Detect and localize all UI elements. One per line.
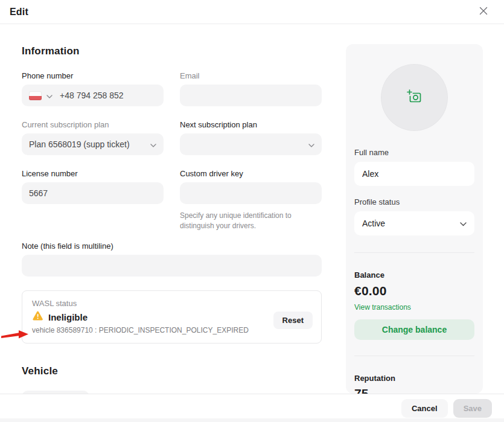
save-button[interactable]: Save bbox=[453, 399, 492, 418]
reputation-value: 75 bbox=[354, 386, 474, 394]
next-plan-select[interactable] bbox=[180, 133, 322, 155]
profile-status-field-group: Profile status Active bbox=[354, 197, 474, 235]
email-label: Email bbox=[180, 71, 322, 80]
profile-status-select[interactable]: Active bbox=[354, 211, 474, 235]
cancel-button[interactable]: Cancel bbox=[401, 399, 448, 418]
note-textarea[interactable] bbox=[22, 255, 322, 277]
license-label: License number bbox=[22, 169, 164, 178]
current-plan-field-group: Current subscription plan Plan 6568019 (… bbox=[22, 120, 164, 155]
note-label: Note (this field is multiline) bbox=[22, 241, 322, 251]
next-plan-label: Next subscription plan bbox=[180, 120, 322, 129]
email-field-group: Email bbox=[180, 71, 322, 106]
profile-status-value: Active bbox=[362, 219, 385, 228]
panel-divider bbox=[354, 356, 474, 356]
license-field-group: License number bbox=[22, 169, 164, 232]
chevron-down-icon bbox=[308, 139, 314, 149]
view-transactions-link[interactable]: View transactions bbox=[354, 303, 411, 312]
phone-value: +48 794 258 852 bbox=[60, 91, 124, 100]
balance-amount: €0.00 bbox=[354, 284, 474, 298]
phone-input[interactable]: +48 794 258 852 bbox=[22, 85, 164, 106]
current-plan-value: Plan 6568019 (supp ticket) bbox=[29, 139, 130, 149]
driver-key-hint: Specify any unique identification to dis… bbox=[180, 211, 322, 232]
driver-key-label: Custom driver key bbox=[180, 169, 322, 178]
next-plan-field-group: Next subscription plan bbox=[180, 120, 322, 155]
warning-icon bbox=[32, 311, 43, 324]
note-field-group: Note (this field is multiline) bbox=[22, 241, 322, 277]
phone-field-group: Phone number +48 794 258 852 bbox=[22, 71, 164, 106]
modal-title: Edit bbox=[10, 7, 28, 18]
bottom-edge-strip bbox=[0, 418, 504, 422]
phone-label: Phone number bbox=[22, 71, 164, 80]
change-balance-button[interactable]: Change balance bbox=[354, 319, 474, 340]
full-name-field-group: Full name bbox=[354, 148, 474, 186]
avatar-upload[interactable] bbox=[381, 64, 448, 131]
close-icon bbox=[479, 7, 488, 17]
wasl-status-card: WASL status Ineligible vehicle 836589710… bbox=[22, 290, 322, 344]
license-input[interactable] bbox=[22, 182, 164, 204]
full-name-input[interactable] bbox=[354, 162, 474, 186]
chevron-down-icon[interactable] bbox=[46, 91, 53, 100]
modal-footer: Cancel Save bbox=[0, 394, 504, 422]
wasl-status-label: WASL status bbox=[32, 299, 311, 308]
current-plan-select[interactable]: Plan 6568019 (supp ticket) bbox=[22, 133, 164, 155]
information-heading: Information bbox=[22, 45, 322, 57]
modal-header: Edit bbox=[0, 0, 504, 24]
close-button[interactable] bbox=[476, 5, 491, 19]
chevron-down-icon bbox=[460, 219, 467, 228]
chevron-down-icon bbox=[150, 139, 156, 149]
profile-side-panel: Full name Profile status Active Balance … bbox=[346, 44, 483, 394]
poland-flag-icon[interactable] bbox=[29, 91, 42, 100]
driver-key-field-group: Custom driver key Specify any unique ide… bbox=[180, 169, 322, 232]
panel-divider bbox=[354, 252, 474, 253]
balance-label: Balance bbox=[354, 270, 474, 280]
add-photo-icon bbox=[406, 89, 423, 107]
reputation-label: Reputation bbox=[354, 374, 474, 383]
wasl-status-detail: vehicle 836589710 : PERIODIC_INSPECTION_… bbox=[32, 326, 311, 334]
modal-body: Information Phone number +48 794 258 852 bbox=[0, 24, 504, 422]
email-input[interactable] bbox=[180, 85, 322, 106]
driver-key-input[interactable] bbox=[180, 182, 322, 204]
current-plan-label: Current subscription plan bbox=[22, 120, 164, 129]
vehicle-heading: Vehicle bbox=[22, 365, 322, 377]
reset-button[interactable]: Reset bbox=[273, 312, 313, 329]
wasl-status-value: Ineligible bbox=[48, 312, 88, 322]
profile-status-label: Profile status bbox=[354, 197, 474, 206]
full-name-label: Full name bbox=[354, 148, 474, 157]
